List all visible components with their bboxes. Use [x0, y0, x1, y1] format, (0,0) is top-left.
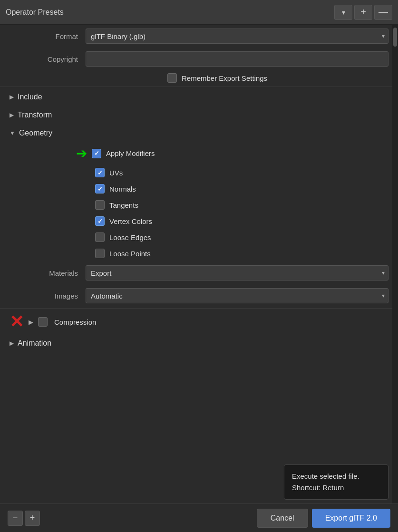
uvs-checkbox[interactable] — [95, 168, 105, 177]
copyright-label: Copyright — [10, 55, 86, 63]
remember-label: Remember Export Settings — [182, 74, 267, 82]
loose-edges-row: Loose Edges — [0, 229, 398, 245]
normals-row: Normals — [0, 181, 398, 197]
compression-label: Compression — [54, 318, 96, 326]
format-control: glTF Binary (.glb) glTF Separate (.gltf … — [86, 29, 388, 44]
scrollbar[interactable] — [392, 25, 398, 503]
apply-modifiers-checkbox[interactable] — [92, 149, 101, 158]
scrollbar-thumb[interactable] — [393, 28, 397, 47]
tangents-row: Tangents — [0, 197, 398, 213]
materials-control: Export Placeholder None ▾ — [86, 265, 388, 281]
animation-chevron: ▶ — [10, 340, 14, 347]
green-arrow-icon: ➔ — [76, 145, 87, 161]
loose-points-row: Loose Points — [0, 245, 398, 261]
vertex-colors-text: Vertex Colors — [109, 217, 152, 225]
normals-label: Normals — [95, 184, 136, 193]
uvs-label: UVs — [95, 168, 123, 177]
images-select-wrapper: Automatic Jpeg None ▾ — [86, 288, 388, 303]
vertex-colors-checkbox[interactable] — [95, 216, 105, 226]
tangents-checkbox[interactable] — [95, 200, 105, 210]
materials-label: Materials — [10, 269, 86, 277]
compression-chevron: ▶ — [29, 319, 33, 326]
increment-button[interactable]: + — [25, 511, 40, 526]
include-chevron: ▶ — [10, 94, 14, 100]
tooltip-line2: Shortcut: Return — [292, 482, 380, 493]
vertex-colors-label: Vertex Colors — [95, 216, 152, 226]
transform-section-header[interactable]: ▶ Transform — [0, 106, 398, 124]
main-content: Format glTF Binary (.glb) glTF Separate … — [0, 25, 398, 503]
cancel-button[interactable]: Cancel — [257, 509, 308, 528]
bottom-bar: − + Cancel Export glTF 2.0 — [0, 503, 398, 532]
presets-dropdown[interactable]: ▾ — [334, 5, 352, 20]
uvs-text: UVs — [109, 169, 123, 177]
divider-2 — [0, 308, 398, 309]
images-select[interactable]: Automatic Jpeg None — [86, 288, 388, 303]
vertex-colors-row: Vertex Colors — [0, 213, 398, 229]
remove-preset-button[interactable]: — — [374, 5, 392, 20]
loose-edges-checkbox[interactable] — [95, 232, 105, 242]
loose-points-text: Loose Points — [109, 250, 151, 258]
operator-presets-label: Operator Presets — [6, 8, 332, 17]
top-bar: Operator Presets ▾ + — — [0, 0, 398, 25]
format-select[interactable]: glTF Binary (.glb) glTF Separate (.gltf … — [86, 29, 388, 44]
materials-row: Materials Export Placeholder None ▾ — [0, 261, 398, 284]
format-row: Format glTF Binary (.glb) glTF Separate … — [0, 25, 398, 48]
normals-text: Normals — [109, 185, 136, 193]
tangents-label: Tangents — [95, 200, 138, 210]
images-control: Automatic Jpeg None ▾ — [86, 288, 388, 303]
animation-section-header[interactable]: ▶ Animation — [0, 334, 398, 352]
decrement-button[interactable]: − — [8, 511, 23, 526]
geometry-chevron: ▼ — [10, 130, 15, 136]
copyright-row: Copyright — [0, 48, 398, 70]
tangents-text: Tangents — [109, 201, 138, 209]
add-preset-button[interactable]: + — [354, 5, 372, 20]
include-section-header[interactable]: ▶ Include — [0, 88, 398, 106]
stepper-group: − + — [8, 511, 40, 526]
loose-points-label: Loose Points — [95, 249, 151, 258]
loose-edges-label: Loose Edges — [95, 232, 151, 242]
x-mark-icon: ✕ — [10, 313, 24, 330]
apply-modifiers-label: Apply Modifiers — [106, 149, 155, 157]
transform-label: Transform — [18, 111, 52, 119]
uvs-row: UVs — [0, 164, 398, 181]
loose-edges-text: Loose Edges — [109, 233, 151, 242]
apply-modifiers-row: ➔ Apply Modifiers — [0, 142, 398, 164]
remember-row: Remember Export Settings — [0, 70, 398, 86]
transform-chevron: ▶ — [10, 112, 14, 118]
images-row: Images Automatic Jpeg None ▾ — [0, 284, 398, 307]
materials-select[interactable]: Export Placeholder None — [86, 265, 388, 281]
format-label: Format — [10, 32, 86, 40]
loose-points-checkbox[interactable] — [95, 249, 105, 258]
animation-label: Animation — [18, 339, 51, 348]
copyright-input[interactable] — [86, 51, 388, 67]
remember-checkbox[interactable] — [167, 73, 177, 83]
export-button[interactable]: Export glTF 2.0 — [312, 509, 390, 528]
tooltip-line1: Execute selected file. — [292, 471, 380, 482]
normals-checkbox[interactable] — [95, 184, 105, 193]
geometry-section-header[interactable]: ▼ Geometry — [0, 124, 398, 142]
spacer — [0, 352, 398, 390]
include-label: Include — [18, 93, 42, 101]
compression-toggle-checkbox[interactable] — [38, 317, 48, 327]
materials-select-wrapper: Export Placeholder None ▾ — [86, 265, 388, 281]
format-select-wrapper: glTF Binary (.glb) glTF Separate (.gltf … — [86, 29, 388, 44]
tooltip: Execute selected file. Shortcut: Return — [284, 464, 388, 500]
geometry-label: Geometry — [19, 129, 52, 137]
images-label: Images — [10, 292, 86, 300]
copyright-control — [86, 51, 388, 67]
divider-1 — [0, 87, 398, 87]
presets-dropdown-arrow: ▾ — [342, 9, 345, 16]
compression-row: ✕ ▶ Compression — [0, 310, 398, 334]
